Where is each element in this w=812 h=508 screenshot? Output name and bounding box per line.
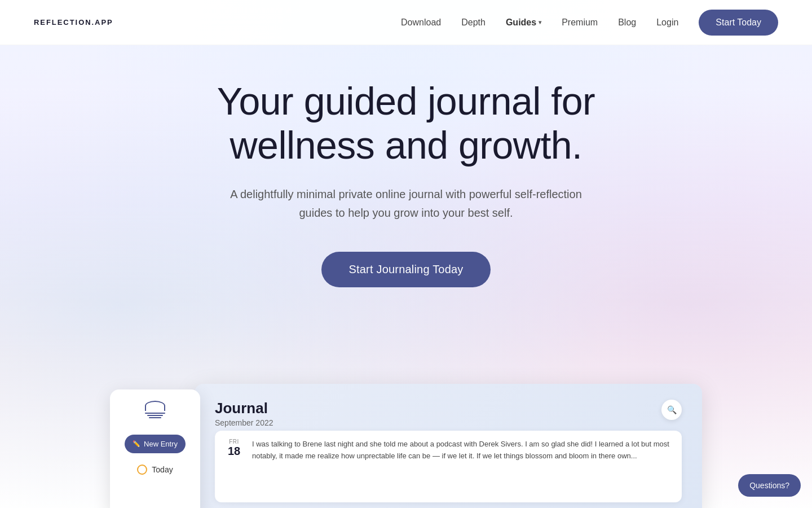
nav-login[interactable]: Login — [656, 17, 678, 28]
nav-blog[interactable]: Blog — [618, 17, 636, 28]
chevron-down-icon: ▾ — [539, 19, 541, 25]
journal-entry-card: FRI 18 I was talking to Brene last night… — [215, 431, 682, 502]
entry-day-num: 18 — [228, 445, 240, 458]
edit-icon: ✏️ — [133, 440, 140, 448]
hero-section: Your guided journal for wellness and gro… — [0, 0, 812, 508]
sun-icon — [137, 465, 147, 475]
search-button[interactable]: 🔍 — [661, 400, 682, 420]
logo-wave — [145, 413, 165, 414]
nav-start-today-button[interactable]: Start Today — [699, 10, 778, 36]
hero-content: Your guided journal for wellness and gro… — [186, 79, 626, 287]
logo-waves — [145, 413, 165, 418]
nav-depth[interactable]: Depth — [461, 17, 486, 28]
new-entry-button[interactable]: ✏️ New Entry — [125, 435, 186, 453]
logo-arc — [145, 401, 165, 411]
nav-guides[interactable]: Guides ▾ — [506, 17, 541, 28]
search-icon: 🔍 — [667, 405, 677, 414]
entry-text: I was talking to Brene last night and sh… — [252, 439, 672, 494]
nav-premium[interactable]: Premium — [562, 17, 598, 28]
journal-title: Journal — [215, 400, 273, 417]
entry-date-block: FRI 18 — [225, 439, 243, 494]
logo-wave — [147, 415, 164, 416]
hero-title: Your guided journal for wellness and gro… — [186, 79, 626, 167]
preview-main: Journal September 2022 🔍 FRI 18 I was ta… — [195, 384, 702, 508]
questions-button[interactable]: Questions? — [738, 474, 801, 497]
nav-download[interactable]: Download — [401, 17, 441, 28]
app-preview: ✏️ New Entry Today Journal September 202… — [110, 378, 702, 508]
nav-logo[interactable]: REFLECTION.APP — [34, 18, 113, 27]
hero-cta-button[interactable]: Start Journaling Today — [321, 252, 490, 287]
app-logo-icon — [143, 401, 167, 421]
preview-sidebar: ✏️ New Entry Today — [110, 389, 200, 508]
entry-day-label: FRI — [229, 439, 239, 445]
journal-date: September 2022 — [215, 418, 273, 427]
navbar: REFLECTION.APP Download Depth Guides ▾ P… — [0, 0, 812, 45]
hero-subtitle: A delightfully minimal private online jo… — [214, 185, 598, 222]
journal-title-block: Journal September 2022 — [215, 400, 273, 427]
nav-links: Download Depth Guides ▾ Premium Blog Log… — [401, 10, 778, 36]
logo-wave — [149, 417, 161, 418]
today-row: Today — [137, 465, 173, 475]
journal-header: Journal September 2022 🔍 — [215, 400, 682, 427]
